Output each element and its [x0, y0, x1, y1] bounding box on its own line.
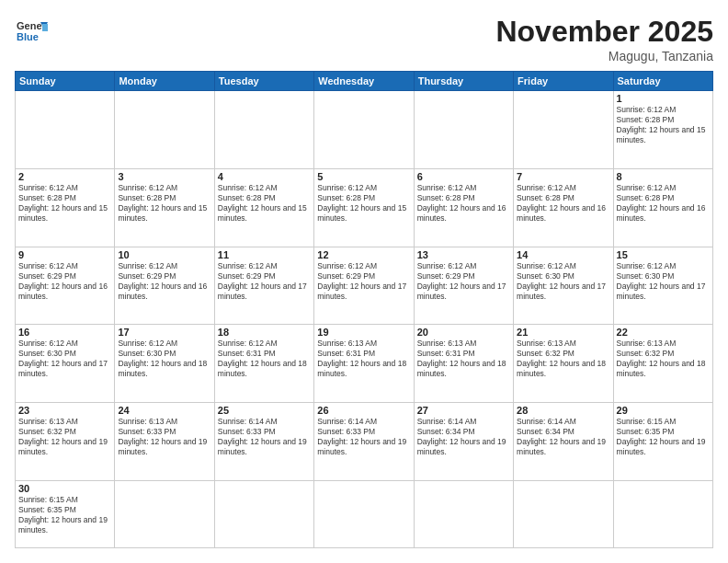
- calendar-cell: [16, 91, 115, 169]
- day-number: 7: [517, 171, 609, 182]
- day-number: 20: [417, 327, 510, 338]
- logo: General Blue: [15, 15, 48, 48]
- calendar-cell: 12Sunrise: 6:12 AM Sunset: 6:29 PM Dayli…: [314, 247, 414, 325]
- day-info: Sunrise: 6:12 AM Sunset: 6:30 PM Dayligh…: [517, 261, 609, 302]
- day-number: 27: [417, 405, 510, 416]
- calendar-cell: [514, 480, 613, 547]
- page: General Blue November 2025 Magugu, Tanza…: [0, 0, 728, 563]
- day-info: Sunrise: 6:12 AM Sunset: 6:29 PM Dayligh…: [18, 261, 111, 302]
- day-info: Sunrise: 6:14 AM Sunset: 6:34 PM Dayligh…: [517, 417, 609, 457]
- day-number: 14: [517, 249, 609, 260]
- day-number: 1: [617, 93, 710, 104]
- calendar-cell: 29Sunrise: 6:15 AM Sunset: 6:35 PM Dayli…: [613, 403, 712, 481]
- day-info: Sunrise: 6:13 AM Sunset: 6:32 PM Dayligh…: [517, 339, 609, 379]
- svg-text:Blue: Blue: [17, 31, 39, 42]
- calendar-day-header: Saturday: [613, 72, 712, 91]
- logo-icon: General Blue: [15, 15, 48, 48]
- calendar-cell: [314, 480, 414, 547]
- calendar-cell: 8Sunrise: 6:12 AM Sunset: 6:28 PM Daylig…: [613, 168, 712, 247]
- day-info: Sunrise: 6:12 AM Sunset: 6:28 PM Dayligh…: [517, 183, 609, 224]
- calendar-cell: 26Sunrise: 6:14 AM Sunset: 6:33 PM Dayli…: [314, 403, 414, 481]
- calendar-cell: 5Sunrise: 6:12 AM Sunset: 6:28 PM Daylig…: [314, 168, 414, 247]
- calendar-week-row: 30Sunrise: 6:15 AM Sunset: 6:35 PM Dayli…: [16, 480, 713, 547]
- calendar-cell: 6Sunrise: 6:12 AM Sunset: 6:28 PM Daylig…: [414, 168, 513, 247]
- day-info: Sunrise: 6:13 AM Sunset: 6:32 PM Dayligh…: [18, 417, 111, 457]
- day-number: 16: [18, 327, 111, 338]
- calendar-cell: 24Sunrise: 6:13 AM Sunset: 6:33 PM Dayli…: [115, 403, 214, 481]
- calendar-week-row: 1Sunrise: 6:12 AM Sunset: 6:28 PM Daylig…: [16, 91, 713, 169]
- day-info: Sunrise: 6:12 AM Sunset: 6:29 PM Dayligh…: [417, 261, 510, 302]
- calendar-cell: [514, 91, 613, 169]
- day-number: 2: [18, 171, 111, 182]
- day-info: Sunrise: 6:12 AM Sunset: 6:28 PM Dayligh…: [417, 183, 510, 224]
- day-info: Sunrise: 6:12 AM Sunset: 6:29 PM Dayligh…: [118, 261, 210, 302]
- month-title: November 2025: [495, 15, 713, 49]
- day-number: 11: [218, 249, 311, 260]
- day-number: 15: [617, 249, 710, 260]
- day-number: 6: [417, 171, 510, 182]
- calendar-cell: [115, 91, 214, 169]
- calendar-cell: [314, 91, 414, 169]
- calendar-header-row: SundayMondayTuesdayWednesdayThursdayFrid…: [16, 72, 713, 91]
- day-number: 8: [617, 171, 710, 182]
- day-number: 24: [118, 405, 210, 416]
- calendar-day-header: Sunday: [16, 72, 115, 91]
- calendar-day-header: Wednesday: [314, 72, 414, 91]
- day-number: 21: [517, 327, 609, 338]
- calendar-cell: 3Sunrise: 6:12 AM Sunset: 6:28 PM Daylig…: [115, 168, 214, 247]
- calendar-cell: 19Sunrise: 6:13 AM Sunset: 6:31 PM Dayli…: [314, 325, 414, 403]
- day-info: Sunrise: 6:12 AM Sunset: 6:28 PM Dayligh…: [18, 183, 111, 224]
- calendar-cell: 17Sunrise: 6:12 AM Sunset: 6:30 PM Dayli…: [115, 325, 214, 403]
- calendar-day-header: Friday: [514, 72, 613, 91]
- day-number: 30: [18, 483, 111, 494]
- calendar-cell: 18Sunrise: 6:12 AM Sunset: 6:31 PM Dayli…: [214, 325, 313, 403]
- calendar-cell: 9Sunrise: 6:12 AM Sunset: 6:29 PM Daylig…: [16, 247, 115, 325]
- day-info: Sunrise: 6:13 AM Sunset: 6:31 PM Dayligh…: [317, 339, 410, 379]
- day-number: 18: [218, 327, 311, 338]
- calendar-cell: 21Sunrise: 6:13 AM Sunset: 6:32 PM Dayli…: [514, 325, 613, 403]
- day-info: Sunrise: 6:12 AM Sunset: 6:28 PM Dayligh…: [617, 183, 710, 224]
- calendar-day-header: Thursday: [414, 72, 513, 91]
- day-info: Sunrise: 6:12 AM Sunset: 6:30 PM Dayligh…: [18, 339, 111, 379]
- day-info: Sunrise: 6:14 AM Sunset: 6:33 PM Dayligh…: [218, 417, 311, 457]
- calendar-day-header: Tuesday: [214, 72, 313, 91]
- day-number: 28: [517, 405, 609, 416]
- calendar-cell: 4Sunrise: 6:12 AM Sunset: 6:28 PM Daylig…: [214, 168, 313, 247]
- day-number: 10: [118, 249, 210, 260]
- day-info: Sunrise: 6:12 AM Sunset: 6:30 PM Dayligh…: [617, 261, 710, 302]
- calendar-cell: 23Sunrise: 6:13 AM Sunset: 6:32 PM Dayli…: [16, 403, 115, 481]
- calendar-week-row: 23Sunrise: 6:13 AM Sunset: 6:32 PM Dayli…: [16, 403, 713, 481]
- day-info: Sunrise: 6:15 AM Sunset: 6:35 PM Dayligh…: [18, 495, 111, 535]
- calendar-cell: 14Sunrise: 6:12 AM Sunset: 6:30 PM Dayli…: [514, 247, 613, 325]
- calendar-cell: 30Sunrise: 6:15 AM Sunset: 6:35 PM Dayli…: [16, 480, 115, 547]
- calendar-cell: 7Sunrise: 6:12 AM Sunset: 6:28 PM Daylig…: [514, 168, 613, 247]
- day-number: 4: [218, 171, 311, 182]
- calendar-cell: [214, 480, 313, 547]
- calendar-cell: [414, 480, 513, 547]
- day-number: 25: [218, 405, 311, 416]
- day-info: Sunrise: 6:12 AM Sunset: 6:28 PM Dayligh…: [317, 183, 410, 224]
- calendar-cell: [613, 480, 712, 547]
- location: Magugu, Tanzania: [495, 49, 713, 63]
- calendar-cell: 2Sunrise: 6:12 AM Sunset: 6:28 PM Daylig…: [16, 168, 115, 247]
- day-info: Sunrise: 6:12 AM Sunset: 6:28 PM Dayligh…: [218, 183, 311, 224]
- calendar-cell: 11Sunrise: 6:12 AM Sunset: 6:29 PM Dayli…: [214, 247, 313, 325]
- day-info: Sunrise: 6:12 AM Sunset: 6:30 PM Dayligh…: [118, 339, 210, 379]
- day-number: 3: [118, 171, 210, 182]
- calendar-table: SundayMondayTuesdayWednesdayThursdayFrid…: [15, 71, 713, 548]
- day-number: 17: [118, 327, 210, 338]
- day-info: Sunrise: 6:14 AM Sunset: 6:34 PM Dayligh…: [417, 417, 510, 457]
- calendar-week-row: 2Sunrise: 6:12 AM Sunset: 6:28 PM Daylig…: [16, 168, 713, 247]
- day-number: 26: [317, 405, 410, 416]
- day-number: 9: [18, 249, 111, 260]
- day-number: 5: [317, 171, 410, 182]
- day-info: Sunrise: 6:13 AM Sunset: 6:33 PM Dayligh…: [118, 417, 210, 457]
- calendar-cell: 10Sunrise: 6:12 AM Sunset: 6:29 PM Dayli…: [115, 247, 214, 325]
- day-number: 29: [617, 405, 710, 416]
- calendar-cell: 20Sunrise: 6:13 AM Sunset: 6:31 PM Dayli…: [414, 325, 513, 403]
- calendar-week-row: 9Sunrise: 6:12 AM Sunset: 6:29 PM Daylig…: [16, 247, 713, 325]
- day-info: Sunrise: 6:13 AM Sunset: 6:31 PM Dayligh…: [417, 339, 510, 379]
- calendar-cell: 28Sunrise: 6:14 AM Sunset: 6:34 PM Dayli…: [514, 403, 613, 481]
- day-info: Sunrise: 6:12 AM Sunset: 6:28 PM Dayligh…: [118, 183, 210, 224]
- day-info: Sunrise: 6:12 AM Sunset: 6:31 PM Dayligh…: [218, 339, 311, 379]
